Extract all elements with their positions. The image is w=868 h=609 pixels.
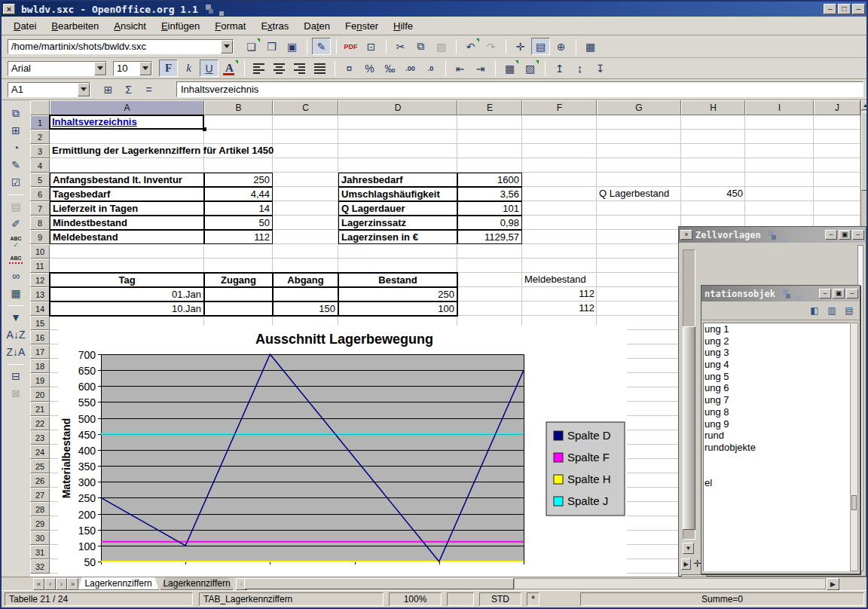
cell-A1[interactable]: Inhaltsverzeichnis	[50, 115, 204, 130]
style-list-item[interactable]: ung 9	[704, 418, 849, 430]
url-combo[interactable]: /home/martinix/shots/bwldv.sxc	[8, 39, 234, 54]
row-header-5[interactable]: 5	[30, 173, 50, 187]
row-header-21[interactable]: 21	[30, 402, 50, 416]
row-header-31[interactable]: 31	[30, 545, 50, 559]
close-button[interactable]: –	[852, 4, 865, 14]
row-header-30[interactable]: 30	[30, 531, 50, 545]
row-header-29[interactable]: 29	[30, 516, 50, 531]
scroll-up-icon[interactable]: ▲	[861, 100, 866, 110]
menu-fenster[interactable]: Fenster	[338, 18, 386, 34]
draw-functions-icon[interactable]: ✎	[6, 157, 26, 173]
font-size-combo[interactable]: 10	[113, 61, 152, 76]
background-color-icon[interactable]: ▨	[521, 60, 539, 77]
autofilter-icon[interactable]: ▼	[6, 309, 26, 326]
sum-icon[interactable]: Σ	[119, 81, 138, 98]
scrollbar-thumb[interactable]	[683, 326, 695, 530]
increase-indent-icon[interactable]: ⇥	[471, 60, 490, 77]
style-list-item[interactable]: ung 8	[704, 406, 849, 418]
column-header-J[interactable]: J	[814, 100, 860, 115]
menu-hilfe[interactable]: Hilfe	[386, 18, 420, 34]
cell-styles-minimize-icon[interactable]: –	[825, 230, 837, 240]
row-header-32[interactable]: 32	[30, 559, 50, 574]
cell-A3[interactable]: Ermittlung der Lagerkennziffern für Arti…	[50, 144, 442, 158]
cell-B7[interactable]: 14	[204, 201, 273, 216]
cell-A13[interactable]: 01.Jan	[50, 287, 204, 301]
row-header-17[interactable]: 17	[30, 344, 50, 359]
column-header-F[interactable]: F	[522, 100, 597, 115]
vertical-scroll-thumb[interactable]	[861, 112, 866, 191]
row-header-22[interactable]: 22	[30, 416, 50, 430]
row-header-27[interactable]: 27	[30, 488, 50, 502]
cell-F12[interactable]: Meldebestand	[522, 273, 597, 287]
cell-D5[interactable]: Jahresbedarf	[338, 173, 457, 187]
stylist-icon[interactable]: ▤	[531, 38, 550, 55]
cell-E9[interactable]: 1129,57	[457, 230, 522, 244]
align-left-icon[interactable]	[249, 60, 268, 77]
style-list-item[interactable]: ung 5	[704, 371, 849, 383]
prev-sheet-icon[interactable]: ‹	[44, 578, 56, 590]
number-currency-icon[interactable]: ¤	[340, 60, 359, 77]
undo-icon[interactable]: ↶	[461, 38, 480, 55]
cell-A9[interactable]: Meldebestand	[50, 230, 204, 244]
chart-object[interactable]: Ausschnitt Lagerbewegung7006506005505004…	[58, 326, 627, 574]
mini-arrow-icon[interactable]: ▶	[681, 559, 691, 570]
sheet-name-field[interactable]: TAB_Lagerkennziffern	[199, 592, 384, 606]
cell-E7[interactable]: 101	[457, 201, 522, 216]
cell-D9[interactable]: Lagerzinsen in €	[338, 230, 457, 244]
style-list-scrollbar[interactable]	[850, 323, 858, 571]
cell-H6[interactable]: 450	[681, 187, 745, 201]
bold-icon[interactable]: F	[159, 60, 178, 77]
menu-ansicht[interactable]: Ansicht	[106, 18, 154, 34]
row-header-11[interactable]: 11	[30, 259, 50, 273]
cell-B12[interactable]: Zugang	[204, 273, 273, 287]
borders-icon[interactable]: ▦	[500, 60, 519, 77]
align-bottom-icon[interactable]: ↧	[591, 60, 610, 77]
menu-datei[interactable]: Datei	[6, 18, 44, 34]
update-style-icon[interactable]: ▤	[842, 304, 857, 317]
edit-file-icon[interactable]: ✎	[312, 38, 331, 55]
row-header-3[interactable]: 3	[30, 144, 50, 158]
column-header-I[interactable]: I	[745, 100, 814, 115]
column-header-E[interactable]: E	[457, 100, 522, 115]
cell-D12[interactable]: Bestand	[338, 273, 457, 287]
cell-A6[interactable]: Tagesbedarf	[50, 187, 204, 201]
cut-icon[interactable]: ✂	[391, 38, 410, 55]
cell-B5[interactable]: 250	[204, 173, 273, 187]
menu-daten[interactable]: Daten	[296, 18, 338, 34]
font-size-dropdown-icon[interactable]	[139, 62, 151, 75]
stylist-maximize-icon[interactable]: ▣	[833, 289, 845, 298]
new-document-icon[interactable]: ❏	[242, 38, 261, 55]
maximize-button[interactable]: □	[838, 4, 851, 14]
row-header-13[interactable]: 13	[30, 287, 50, 301]
column-header-C[interactable]: C	[273, 100, 338, 115]
column-header-G[interactable]: G	[597, 100, 681, 115]
cell-E8[interactable]: 0,98	[457, 216, 522, 230]
insert-object-icon[interactable]: ⧉	[6, 105, 26, 121]
data-sources-icon[interactable]: ▦	[6, 285, 26, 301]
row-header-7[interactable]: 7	[30, 201, 50, 216]
row-header-24[interactable]: 24	[30, 445, 50, 459]
new-style-from-selection-icon[interactable]: ▥	[824, 304, 839, 317]
row-header-12[interactable]: 12	[30, 273, 50, 287]
cell-B9[interactable]: 112	[204, 230, 273, 244]
select-all-corner[interactable]	[30, 100, 50, 115]
cell-D13[interactable]: 250	[338, 287, 457, 301]
cell-styles-titlebar[interactable]: × Zellvorlagen –▣–	[679, 227, 866, 243]
number-percent-icon[interactable]: %	[360, 60, 379, 77]
column-header-D[interactable]: D	[338, 100, 457, 115]
sheet-tab-1[interactable]: Lagerkennziffern	[78, 577, 159, 590]
selection-mode-field[interactable]: STD	[479, 592, 521, 606]
cell-styles-close-icon[interactable]: –	[852, 230, 864, 240]
insert-cells-icon[interactable]: ⊞	[6, 122, 26, 139]
italic-icon[interactable]: k	[179, 60, 198, 77]
menu-einfgen[interactable]: Einfügen	[154, 18, 207, 34]
stylist-titlebar[interactable]: ntationsobjek –▣–	[701, 286, 860, 301]
cell-E6[interactable]: 3,56	[457, 187, 522, 201]
style-list-item[interactable]: ung 4	[704, 359, 849, 371]
cell-B13[interactable]	[204, 287, 273, 301]
scroll-right-icon[interactable]: ▶	[827, 578, 839, 590]
stylist-window[interactable]: ntationsobjek –▣– ◧▥▤ ung 1ung 2ung 3ung…	[701, 285, 860, 574]
format-paintbrush-icon[interactable]: ✐	[6, 216, 26, 232]
scroll-down-icon[interactable]: ▼	[683, 543, 694, 554]
fill-format-mode-icon[interactable]: ◧	[807, 304, 822, 317]
